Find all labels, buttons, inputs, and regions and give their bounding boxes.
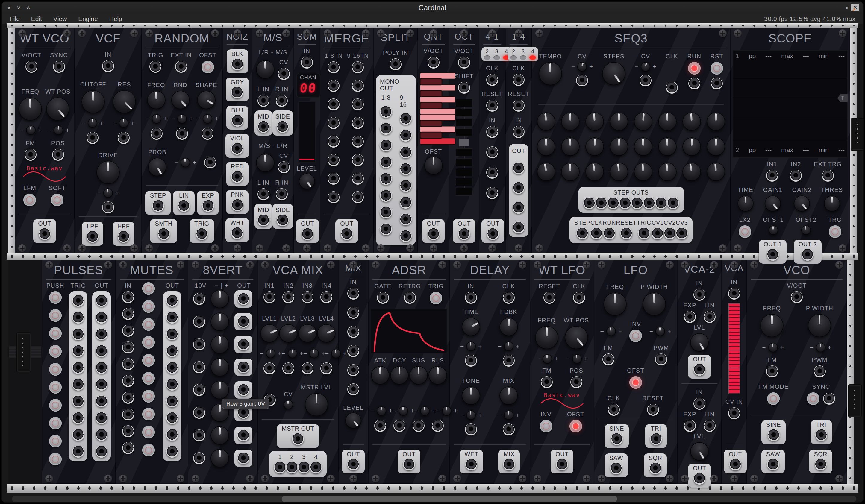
adsr-atk-knob[interactable]	[371, 366, 390, 385]
scope-thres-knob[interactable]	[824, 196, 840, 212]
close-plugin-icon[interactable]: ✕	[851, 3, 859, 11]
vert8-jack-jack[interactable]	[193, 452, 205, 464]
vco-fm-mode-button[interactable]	[767, 392, 780, 405]
seq3-knob-knob[interactable]	[634, 163, 653, 181]
vca-2-lvl-knob[interactable]	[690, 442, 709, 461]
pulses-out-4-jack[interactable]	[95, 345, 107, 357]
scope-out-2-jack[interactable]	[801, 249, 814, 261]
wt-lfo-trim-knob[interactable]	[572, 354, 582, 364]
vco-trim-knob[interactable]	[816, 343, 826, 352]
merge-1-8-in-1-jack[interactable]	[327, 61, 339, 73]
vca-mix-jack-jack[interactable]	[320, 362, 332, 374]
seq3-knob-knob[interactable]	[634, 137, 653, 156]
lfo-reset-jack[interactable]	[647, 404, 659, 416]
merge-9-16-in-8-jack[interactable]	[352, 191, 364, 203]
delay-in-jack[interactable]	[465, 292, 477, 304]
noiz-blu-jack[interactable]	[231, 115, 243, 127]
seq3-knob-knob[interactable]	[537, 137, 555, 156]
scope-trg-button[interactable]	[829, 225, 841, 238]
pulses-push-7-button[interactable]	[49, 399, 62, 411]
pulses-out-5-jack[interactable]	[95, 362, 107, 374]
pulses-push-1-button[interactable]	[49, 291, 62, 304]
vert8-out-jack[interactable]	[238, 339, 250, 350]
seq3-knob-knob[interactable]	[707, 137, 725, 156]
vert8-knob-knob[interactable]	[210, 358, 229, 376]
vert8-jack-jack[interactable]	[193, 407, 205, 419]
vca-2-out-jack[interactable]	[693, 364, 705, 376]
adsr-jack-jack[interactable]	[413, 420, 425, 432]
lfo-trim-knob[interactable]	[655, 327, 665, 336]
mix-in-6-jack[interactable]	[347, 383, 359, 395]
mutes-in-7-jack[interactable]	[122, 392, 134, 404]
pulses-trig-10-jack[interactable]	[72, 446, 84, 458]
lfo-freq-knob[interactable]	[603, 292, 627, 316]
scope-gain2-knob[interactable]	[794, 196, 810, 212]
vca-in-jack[interactable]	[728, 288, 740, 300]
seq3-jack-jack[interactable]	[643, 197, 655, 209]
lfo-clk-jack[interactable]	[608, 404, 620, 416]
split-9-16-5-jack[interactable]	[400, 180, 412, 192]
wt-lfo-fm-jack[interactable]	[541, 376, 553, 388]
ms-l-in-jack[interactable]	[257, 188, 269, 200]
vert8-jack-jack[interactable]	[193, 384, 205, 396]
lfo-pwm-jack[interactable]	[655, 353, 667, 365]
mix-in-3-jack[interactable]	[347, 326, 359, 338]
split-1-8-6-jack[interactable]	[380, 190, 392, 202]
mutes-out-2-jack[interactable]	[166, 312, 178, 324]
mutes-in-8-jack[interactable]	[122, 409, 134, 421]
split-9-16-1-jack[interactable]	[400, 113, 412, 125]
random-trig-jack[interactable]	[196, 228, 208, 240]
split-9-16-7-jack[interactable]	[400, 213, 412, 225]
ms-cv-jack[interactable]	[278, 68, 290, 80]
pulses-push-8-button[interactable]	[49, 417, 62, 430]
vca-mix-jack-jack[interactable]	[301, 362, 313, 374]
oct-octave-selector[interactable]	[456, 99, 472, 196]
mutes-btn-7-button[interactable]	[142, 390, 155, 402]
seq3-knob-knob[interactable]	[707, 112, 725, 131]
random-lin-jack[interactable]	[178, 200, 190, 212]
mutes-in-6-jack[interactable]	[122, 375, 134, 387]
ms-knob-knob[interactable]	[256, 60, 275, 79]
pulses-trig-6-jack[interactable]	[72, 378, 84, 390]
pulses-out-7-jack[interactable]	[95, 395, 107, 407]
ms-r-in-jack[interactable]	[276, 188, 288, 200]
adsr-jack-jack[interactable]	[432, 420, 444, 432]
rack[interactable]: WT VCOV/OCTSYNCFREQWT POS−+−+FMPOSBasic.…	[2, 24, 863, 502]
pulses-out-10-jack[interactable]	[95, 446, 107, 458]
vca-mix-knob-knob[interactable]	[284, 400, 293, 409]
split-1-8-5-jack[interactable]	[380, 173, 392, 185]
mutes-out-6-jack[interactable]	[166, 378, 178, 390]
vca-mix-in1-jack[interactable]	[264, 291, 275, 303]
pulses-out-8-jack[interactable]	[95, 412, 107, 424]
merge-1-8-in-5-jack[interactable]	[327, 136, 339, 148]
mutes-out-5-jack[interactable]	[166, 362, 178, 374]
seq3-knob-knob[interactable]	[539, 62, 562, 85]
seq3-knob-knob[interactable]	[682, 163, 701, 181]
vca-mix-mstr-lvl-knob[interactable]	[305, 393, 328, 416]
adsr-jack-jack[interactable]	[374, 420, 386, 432]
qnt-knob-knob[interactable]	[424, 156, 443, 175]
wt-vco-lfm-button[interactable]	[23, 194, 36, 206]
mix-in-4-jack[interactable]	[347, 345, 359, 357]
pulses-push-6-button[interactable]	[49, 381, 62, 394]
mix41-in-2-jack[interactable]	[486, 146, 498, 158]
delay-trim-knob[interactable]	[466, 410, 476, 420]
seq3-button-button[interactable]	[688, 62, 701, 74]
seq3-step-jack[interactable]	[576, 227, 588, 239]
mix-in-5-jack[interactable]	[347, 364, 359, 376]
wt-vco-trim-knob[interactable]	[26, 126, 36, 135]
wt-vco-freq-knob[interactable]	[19, 97, 42, 121]
mutes-btn-1-button[interactable]	[142, 282, 155, 295]
oct-out-jack[interactable]	[458, 228, 470, 240]
mutes-btn-2-button[interactable]	[142, 300, 155, 313]
pulses-push-3-button[interactable]	[49, 327, 62, 340]
adsr-rls-knob[interactable]	[428, 366, 447, 385]
seq3-knob-knob[interactable]	[537, 163, 555, 181]
pulses-out-2-jack[interactable]	[95, 312, 107, 324]
seq3-jack-jack[interactable]	[639, 74, 651, 86]
mutes-in-10-jack[interactable]	[122, 442, 134, 454]
sum-knob-knob[interactable]	[299, 173, 315, 189]
wt-vco-v-oct-jack[interactable]	[25, 61, 37, 73]
ms-cv-jack[interactable]	[278, 161, 290, 173]
vca-cv-in-jack[interactable]	[728, 407, 740, 419]
